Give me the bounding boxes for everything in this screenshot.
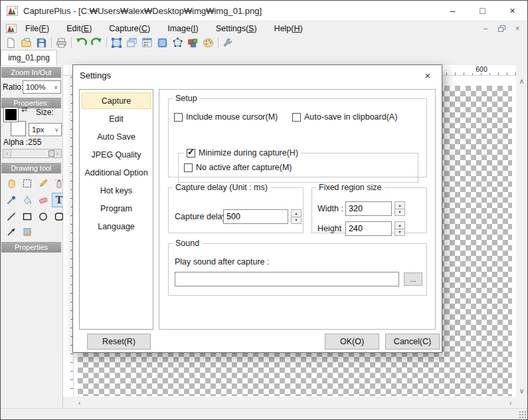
- mdi-minimize-button[interactable]: –: [478, 23, 493, 35]
- pencil-tool-button[interactable]: [36, 176, 50, 191]
- background-color-swatch[interactable]: [11, 121, 26, 136]
- width-spinner[interactable]: ▲ ▼: [395, 201, 405, 216]
- nav-item-language[interactable]: Language: [82, 218, 151, 235]
- auto-save-clipboard-checkbox[interactable]: Auto-save in clipboard(A): [292, 112, 397, 122]
- alpha-slider[interactable]: ‹ ›: [3, 149, 62, 158]
- mdi-restore-button[interactable]: [494, 23, 509, 35]
- no-active-after-capture-checkbox[interactable]: No active after capture(M): [184, 163, 292, 172]
- nav-item-hot-keys[interactable]: Hot keys: [82, 182, 151, 199]
- restore-icon: [498, 25, 505, 32]
- resize-grip[interactable]: [519, 411, 526, 418]
- nav-item-auto-save[interactable]: Auto Save: [82, 128, 151, 145]
- spin-up-icon[interactable]: ▲: [395, 201, 405, 209]
- nav-item-capture[interactable]: Capture: [82, 92, 151, 109]
- tab-img01[interactable]: img_01.png: [1, 50, 57, 65]
- vertical-scrollbar[interactable]: ∧ ∨: [516, 76, 527, 397]
- ratio-select[interactable]: 100% ∨: [23, 80, 61, 94]
- size-select[interactable]: 1px ∨: [29, 123, 62, 136]
- slider-thumb[interactable]: [48, 150, 54, 157]
- minimize-during-capture-checkbox[interactable]: ✓ Minimize during capture(H): [187, 148, 298, 158]
- app-logo-icon: [7, 6, 18, 16]
- palette-icon: [203, 37, 214, 49]
- menu-settings[interactable]: Settings(S): [207, 21, 266, 35]
- close-icon: ×: [425, 70, 431, 81]
- ellipse-tool-button[interactable]: [36, 209, 50, 224]
- foreground-color-swatch[interactable]: [3, 107, 19, 122]
- browse-button[interactable]: ...: [404, 272, 422, 286]
- mdi-close-button[interactable]: ×: [510, 23, 525, 35]
- fullscreen-capture-button[interactable]: [155, 36, 170, 50]
- spin-down-icon[interactable]: ▼: [395, 209, 405, 217]
- maximize-icon: □: [480, 5, 485, 16]
- redo-button[interactable]: [89, 36, 104, 50]
- new-icon: [5, 37, 17, 49]
- spin-up-icon[interactable]: ▲: [291, 209, 302, 217]
- menu-capture[interactable]: Capture(C): [100, 21, 159, 35]
- window-capture-button[interactable]: [124, 36, 139, 50]
- window-maximize-button[interactable]: □: [468, 1, 497, 21]
- new-button[interactable]: [3, 36, 19, 50]
- include-mouse-cursor-checkbox[interactable]: Include mouse cursor(M): [174, 112, 278, 122]
- scrollbar-corner: [516, 397, 527, 408]
- shapes-button[interactable]: [185, 36, 201, 50]
- document-logo-icon: [6, 24, 17, 33]
- capture-delay-input[interactable]: [223, 209, 288, 224]
- hand-tool-button[interactable]: [4, 176, 19, 191]
- spin-up-icon[interactable]: ▲: [395, 221, 405, 229]
- region-capture-button[interactable]: [109, 36, 124, 50]
- menu-edit[interactable]: Edit(E): [58, 21, 100, 35]
- palette-button[interactable]: [201, 36, 216, 50]
- nav-item-additional-option[interactable]: Additional Option: [82, 164, 151, 181]
- hand-icon: [6, 178, 17, 189]
- window-minimize-button[interactable]: –: [438, 1, 468, 21]
- ruler-600-label: 600: [471, 65, 492, 73]
- titlebar: CapturePlus - [C:₩Users₩alex₩Desktop₩img…: [1, 1, 527, 21]
- horizontal-scrollbar[interactable]: ‹ ›: [74, 397, 516, 408]
- menu-file[interactable]: File(F): [17, 21, 58, 35]
- scroll-left-icon[interactable]: ‹: [74, 397, 85, 408]
- scroll-up-icon[interactable]: ∧: [516, 76, 527, 87]
- swap-colors-icon[interactable]: ⇄: [21, 105, 27, 114]
- window-close-button[interactable]: ×: [497, 1, 527, 21]
- scroll-right-icon[interactable]: ›: [505, 397, 516, 408]
- scroll-down-icon[interactable]: ∨: [516, 385, 527, 397]
- capture-delay-spinner[interactable]: ▲ ▼: [291, 209, 302, 224]
- save-button[interactable]: [34, 36, 49, 50]
- nav-item-edit[interactable]: Edit: [82, 110, 151, 127]
- nav-item-jpeg-quality[interactable]: JPEG Quality: [82, 146, 151, 163]
- print-button[interactable]: [54, 36, 69, 50]
- eyedropper-tool-button[interactable]: [4, 193, 19, 207]
- reset-button[interactable]: Reset(R): [87, 334, 151, 350]
- cancel-button[interactable]: Cancel(C): [385, 334, 440, 350]
- freeform-capture-button[interactable]: [170, 36, 185, 50]
- dialog-close-button[interactable]: ×: [418, 68, 437, 82]
- fill-tool-button[interactable]: [20, 193, 35, 207]
- nav-item-program[interactable]: Program: [82, 200, 151, 217]
- toolbar: [1, 35, 527, 50]
- rectangle-tool-button[interactable]: [20, 209, 35, 224]
- spin-down-icon[interactable]: ▼: [291, 217, 302, 225]
- arrow-icon: [6, 227, 17, 237]
- height-input[interactable]: [345, 221, 392, 236]
- fixed-region-legend: Fixed region size: [316, 183, 385, 192]
- arrow-tool-button[interactable]: [4, 225, 19, 239]
- undo-button[interactable]: [74, 36, 89, 50]
- slider-left-icon[interactable]: ‹: [3, 150, 11, 158]
- eraser-tool-button[interactable]: [36, 193, 50, 207]
- tabbar: img_01.png: [1, 50, 527, 65]
- line-tool-button[interactable]: [4, 209, 19, 224]
- sound-file-input[interactable]: [175, 272, 399, 286]
- settings-button[interactable]: [220, 36, 236, 50]
- sidebar: Zoom In/Out Ratio: 100% ∨ Properties: ⇄ …: [1, 65, 63, 408]
- spin-down-icon[interactable]: ▼: [395, 229, 405, 237]
- width-input[interactable]: [345, 201, 392, 216]
- ok-button[interactable]: OK(O): [325, 334, 379, 350]
- marquee-tool-button[interactable]: [20, 176, 35, 191]
- height-spinner[interactable]: ▲ ▼: [395, 221, 405, 236]
- grid-capture-button[interactable]: [139, 36, 155, 50]
- menu-image[interactable]: Image(I): [159, 21, 207, 35]
- menu-help[interactable]: Help(H): [266, 21, 311, 35]
- note-tool-button[interactable]: [20, 225, 35, 239]
- open-button[interactable]: [19, 36, 34, 50]
- play-sound-label: Play sound after capture :: [175, 257, 269, 266]
